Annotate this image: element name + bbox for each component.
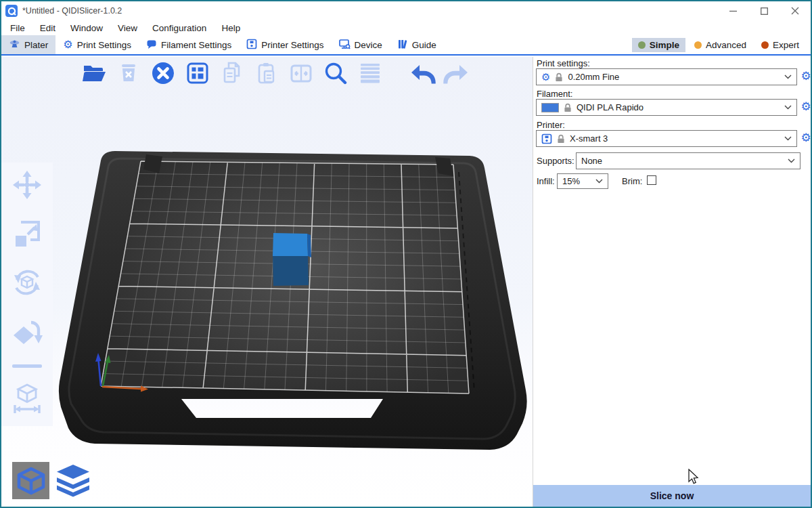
filament-combo[interactable]: QIDI PLA Rapido [536, 99, 797, 116]
tab-device[interactable]: Device [332, 35, 390, 54]
filament-icon [146, 39, 157, 51]
chevron-down-icon [788, 158, 795, 163]
filament-color-swatch [541, 103, 559, 112]
delete-button[interactable] [114, 58, 143, 88]
delete-all-button[interactable] [149, 58, 177, 88]
tab-plater[interactable]: Plater [1, 35, 55, 54]
menu-file[interactable]: File [3, 23, 32, 33]
paste-button[interactable] [252, 58, 281, 88]
device-monitor-icon [339, 39, 351, 51]
simple-mode-dot [638, 41, 646, 49]
move-gizmo-button[interactable] [12, 169, 43, 203]
printer-label: Printer: [537, 120, 565, 130]
close-button[interactable] [780, 1, 811, 20]
print-settings-label: Print settings: [537, 58, 590, 68]
menu-help[interactable]: Help [214, 23, 248, 33]
supports-combo[interactable]: None [576, 152, 800, 169]
brim-label: Brim: [622, 176, 642, 186]
mode-switcher: Simple Advanced Expert [632, 35, 811, 54]
viewport-toolbar [80, 58, 471, 88]
undo-button[interactable] [408, 58, 436, 88]
model-cube [273, 233, 311, 286]
infill-label: Infill: [537, 176, 555, 186]
menu-window[interactable]: Window [63, 23, 110, 33]
chevron-down-icon [784, 105, 792, 110]
gear-icon: ⚙ [63, 39, 72, 50]
view-switch [12, 462, 93, 499]
brim-checkbox[interactable] [647, 175, 656, 185]
chevron-down-icon [595, 179, 603, 184]
measure-gizmo-button[interactable] [12, 383, 43, 417]
filament-value: QIDI PLA Rapido [577, 102, 644, 112]
printer-combo[interactable]: X-smart 3 [536, 130, 797, 147]
lock-icon [564, 103, 572, 112]
main-area: Print settings: ⚙ 0.20mm Fine ⚙ Filament… [1, 57, 811, 507]
copy-button[interactable] [218, 58, 246, 88]
chevron-down-icon [784, 136, 792, 141]
expert-mode-dot [761, 41, 769, 49]
app-logo-icon [5, 5, 18, 17]
menu-edit[interactable]: Edit [32, 23, 63, 33]
split-objects-button[interactable] [287, 58, 315, 88]
printer-icon [541, 133, 552, 144]
lock-icon [555, 72, 563, 82]
guide-books-icon [397, 39, 408, 51]
rotate-gizmo-button[interactable] [12, 267, 43, 301]
3d-editor-view-button[interactable] [12, 462, 49, 499]
menu-configuration[interactable]: Configuration [145, 23, 214, 33]
tab-printer-settings[interactable]: Printer Settings [239, 35, 331, 54]
mode-expert[interactable]: Expert [755, 38, 805, 52]
redo-button[interactable] [443, 58, 471, 88]
infill-combo[interactable]: 15% [557, 173, 608, 189]
tab-print-settings[interactable]: ⚙ Print Settings [55, 35, 139, 54]
chevron-down-icon [784, 75, 792, 79]
minimize-button[interactable] [717, 1, 748, 20]
search-button[interactable] [321, 58, 350, 88]
maximize-button[interactable] [748, 1, 780, 20]
title-bar: *Untitled - QIDISlicer-1.0.2 [1, 1, 811, 20]
scale-gizmo-button[interactable] [12, 218, 43, 252]
gear-icon: ⚙ [541, 71, 550, 83]
gizmo-divider [12, 364, 42, 368]
window-title: *Untitled - QIDISlicer-1.0.2 [22, 6, 122, 16]
app-window: *Untitled - QIDISlicer-1.0.2 File Edit W… [0, 0, 812, 508]
printer-bed-scene [1, 57, 533, 507]
viewport-3d[interactable] [1, 57, 533, 507]
preview-view-button[interactable] [53, 462, 93, 499]
lock-icon [557, 134, 565, 144]
print-settings-value: 0.20mm Fine [568, 72, 619, 82]
printer-value: X-smart 3 [570, 133, 608, 144]
arrange-button[interactable] [183, 58, 212, 88]
filament-gear-button[interactable]: ⚙ [800, 101, 812, 113]
plater-icon [9, 39, 20, 51]
mode-advanced[interactable]: Advanced [688, 38, 752, 52]
place-on-face-gizmo-button[interactable] [12, 316, 43, 350]
infill-value: 15% [562, 176, 580, 186]
settings-panel: Print settings: ⚙ 0.20mm Fine ⚙ Filament… [533, 57, 811, 507]
slice-now-button[interactable]: Slice now [533, 485, 811, 507]
open-file-button[interactable] [80, 58, 108, 88]
mode-simple[interactable]: Simple [632, 38, 685, 52]
menu-bar: File Edit Window View Configuration Help [1, 20, 811, 35]
printer-icon [246, 39, 257, 51]
supports-value: None [581, 156, 602, 166]
tab-bar: Plater ⚙ Print Settings Filament Setting… [1, 35, 811, 56]
advanced-mode-dot [694, 41, 702, 49]
variable-layer-height-button[interactable] [356, 58, 384, 88]
print-settings-gear-button[interactable]: ⚙ [800, 70, 812, 83]
filament-label: Filament: [537, 89, 572, 99]
tab-guide[interactable]: Guide [390, 35, 444, 54]
menu-view[interactable]: View [110, 23, 145, 33]
printer-gear-button[interactable]: ⚙ [800, 132, 812, 144]
print-settings-combo[interactable]: ⚙ 0.20mm Fine [536, 68, 797, 85]
supports-label: Supports: [537, 156, 574, 166]
gizmo-toolbar [1, 163, 53, 426]
tab-filament-settings[interactable]: Filament Settings [139, 35, 239, 54]
